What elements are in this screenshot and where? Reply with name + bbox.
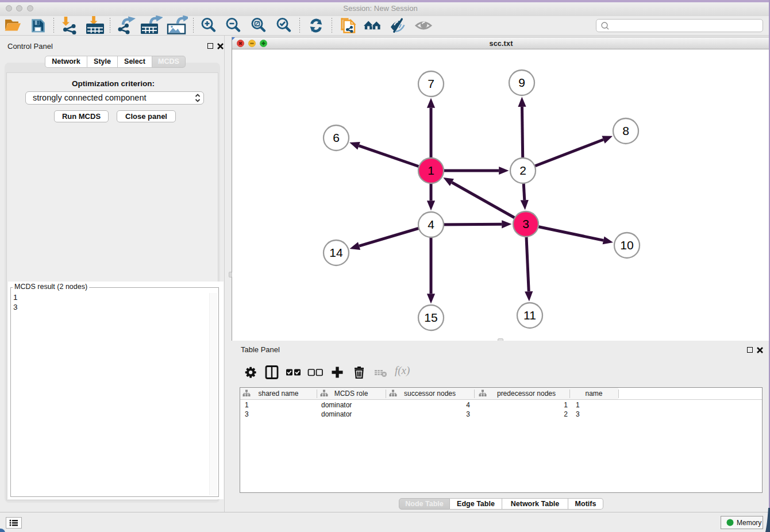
svg-text:11: 11 <box>523 309 536 322</box>
svg-text:1: 1 <box>428 164 434 177</box>
svg-text:2: 2 <box>519 164 526 177</box>
svg-text:10: 10 <box>620 238 633 252</box>
svg-text:7: 7 <box>428 77 434 90</box>
svg-text:14: 14 <box>329 246 343 259</box>
svg-text:15: 15 <box>424 311 437 324</box>
svg-text:4: 4 <box>428 218 434 231</box>
svg-text:6: 6 <box>333 131 340 144</box>
svg-text:3: 3 <box>522 217 529 230</box>
svg-text:8: 8 <box>622 124 629 137</box>
svg-text:9: 9 <box>518 76 525 89</box>
